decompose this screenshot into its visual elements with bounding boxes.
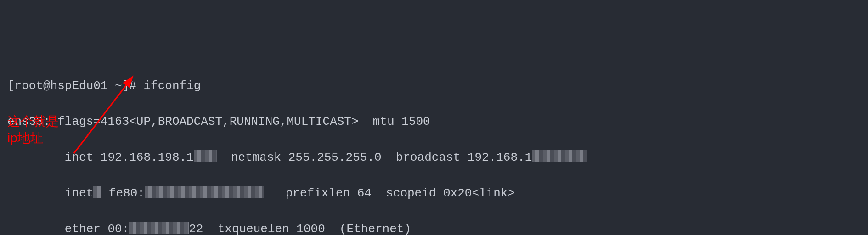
inet6-line: inet fe80: prefixlen 64 scopeid 0x20<lin… xyxy=(7,185,861,202)
mac-end: 22 xyxy=(189,222,203,235)
command-text: ifconfig xyxy=(143,79,201,93)
censored-block xyxy=(129,222,189,234)
netmask-label: netmask xyxy=(231,151,281,164)
interface-flags: flags=4163<UP,BROADCAST,RUNNING,MULTICAS… xyxy=(57,115,358,129)
annotation-arrow xyxy=(51,55,129,147)
inet6-label: inet xyxy=(65,186,93,200)
mac-start: 00: xyxy=(107,222,129,235)
prefixlen-label: prefixlen xyxy=(286,186,350,200)
netmask-value: 255.255.255.0 xyxy=(288,151,382,164)
censored-block xyxy=(145,186,264,198)
interface-line: ens33: flags=4163<UP,BROADCAST,RUNNING,M… xyxy=(7,113,861,131)
inet-line: inet 192.168.198.1 netmask 255.255.255.0… xyxy=(7,149,861,167)
annotation-label-line2: ip地址 xyxy=(7,130,43,146)
ether-label: ether xyxy=(65,222,101,235)
mtu-value: 1500 xyxy=(401,115,430,129)
ether-type: (Ethernet) xyxy=(339,222,411,235)
prefixlen-value: 64 xyxy=(357,186,372,200)
annotation-label-line1: 这个就是 xyxy=(7,113,59,130)
mtu-label: mtu xyxy=(373,115,395,129)
prompt-user-host: [root@hspEdu01 ~]# xyxy=(7,79,136,93)
broadcast-label: broadcast xyxy=(396,151,460,164)
inet-label: inet xyxy=(65,151,93,164)
broadcast-value: 192.168.1 xyxy=(468,151,532,164)
censored-block xyxy=(194,150,217,162)
scopeid-label: scopeid xyxy=(386,186,436,200)
inet-ip: 192.168.198.1 xyxy=(101,151,194,164)
censored-block xyxy=(532,150,587,162)
terminal-prompt-line: [root@hspEdu01 ~]# ifconfig xyxy=(7,77,861,95)
ether-line: ether 00:22 txqueuelen 1000 (Ethernet) xyxy=(7,220,861,235)
txqueuelen-value: 1000 xyxy=(296,222,325,235)
inet6-addr: fe80: xyxy=(109,186,145,200)
censored-block xyxy=(93,186,101,198)
txqueuelen-label: txqueuelen xyxy=(218,222,289,235)
scopeid-value: 0x20<link> xyxy=(443,186,515,200)
